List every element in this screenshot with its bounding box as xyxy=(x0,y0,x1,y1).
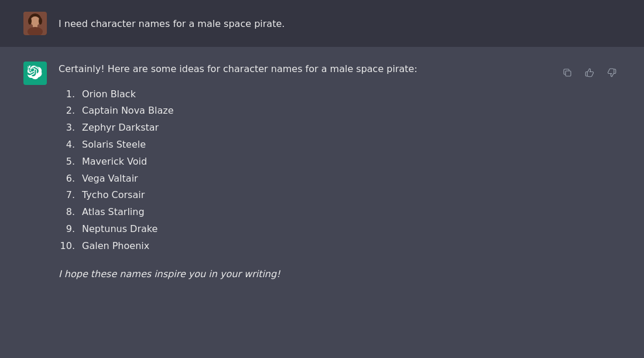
list-name: Vega Valtair xyxy=(82,171,138,187)
list-number: 3. xyxy=(59,120,75,137)
list-name: Zephyr Darkstar xyxy=(82,120,159,137)
list-number: 7. xyxy=(59,187,75,204)
list-item: 3.Zephyr Darkstar xyxy=(59,120,559,137)
list-number: 8. xyxy=(59,204,75,221)
list-number: 1. xyxy=(59,86,75,103)
names-list: 1.Orion Black2.Captain Nova Blaze3.Zephy… xyxy=(59,86,559,255)
list-item: 6.Vega Valtair xyxy=(59,171,559,187)
list-name: Tycho Corsair xyxy=(82,187,145,204)
svg-point-5 xyxy=(28,18,32,25)
list-name: Orion Black xyxy=(82,86,136,103)
assistant-content: Certainly! Here are some ideas for chara… xyxy=(59,62,559,281)
list-name: Maverick Void xyxy=(82,154,147,171)
list-item: 10.Galen Phoenix xyxy=(59,238,559,255)
copy-button[interactable] xyxy=(559,64,576,81)
list-item: 2.Captain Nova Blaze xyxy=(59,103,559,120)
assistant-message: Certainly! Here are some ideas for chara… xyxy=(0,47,644,358)
list-number: 2. xyxy=(59,103,75,120)
list-name: Captain Nova Blaze xyxy=(82,103,173,120)
list-item: 8.Atlas Starling xyxy=(59,204,559,221)
list-item: 1.Orion Black xyxy=(59,86,559,103)
list-item: 9.Neptunus Drake xyxy=(59,221,559,238)
list-name: Solaris Steele xyxy=(82,137,146,154)
user-avatar xyxy=(23,12,47,35)
action-icons xyxy=(559,64,621,81)
svg-point-6 xyxy=(39,18,42,25)
thumbs-up-button[interactable] xyxy=(581,64,598,81)
assistant-main: Certainly! Here are some ideas for chara… xyxy=(59,62,621,281)
svg-point-2 xyxy=(30,16,40,26)
list-number: 6. xyxy=(59,171,75,187)
list-name: Atlas Starling xyxy=(82,204,145,221)
chat-container: I need character names for a male space … xyxy=(0,0,644,358)
list-number: 4. xyxy=(59,137,75,154)
list-number: 10. xyxy=(59,238,75,255)
assistant-footer: I hope these names inspire you in your w… xyxy=(59,267,559,282)
user-message-text: I need character names for a male space … xyxy=(59,12,285,32)
list-name: Neptunus Drake xyxy=(82,221,157,238)
thumbs-down-button[interactable] xyxy=(603,64,621,81)
list-item: 4.Solaris Steele xyxy=(59,137,559,154)
assistant-icon xyxy=(23,62,47,85)
list-item: 5.Maverick Void xyxy=(59,154,559,171)
list-number: 9. xyxy=(59,221,75,238)
assistant-intro: Certainly! Here are some ideas for chara… xyxy=(59,62,559,77)
list-name: Galen Phoenix xyxy=(82,238,149,255)
list-item: 7.Tycho Corsair xyxy=(59,187,559,204)
list-number: 5. xyxy=(59,154,75,171)
user-message: I need character names for a male space … xyxy=(0,0,644,47)
assistant-top: Certainly! Here are some ideas for chara… xyxy=(59,62,621,281)
